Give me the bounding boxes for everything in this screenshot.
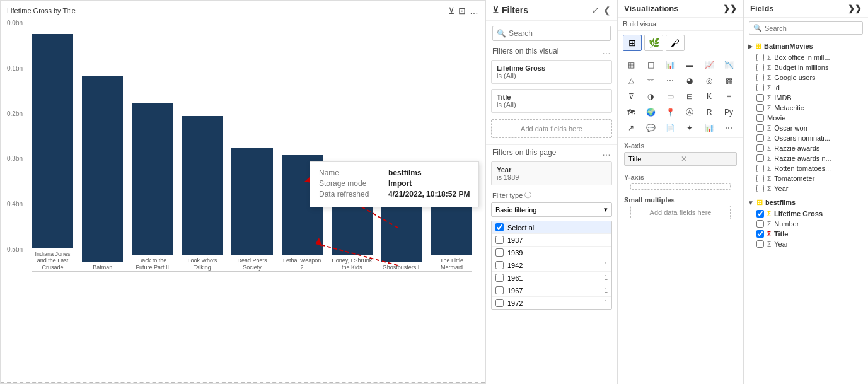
viz-icon-card[interactable]: ▭ xyxy=(662,90,678,103)
field-google-users[interactable]: Σ Google users xyxy=(744,73,868,83)
field-checkbox-id[interactable] xyxy=(756,84,764,91)
viz-icon-arcgis[interactable]: Ⓐ xyxy=(681,105,698,119)
viz-icon-kpi[interactable]: K xyxy=(701,90,717,103)
viz-icon-matrix[interactable]: ◫ xyxy=(642,58,659,72)
filter-type-dropdown[interactable]: Basic filtering ▾ xyxy=(491,202,612,217)
field-checkbox-number[interactable] xyxy=(756,220,764,228)
viz-icon-decomp[interactable]: ↗ xyxy=(623,121,639,135)
viz-icon-donut[interactable]: ◎ xyxy=(701,74,717,88)
viz-icon-bar[interactable]: 📊 xyxy=(662,58,678,72)
field-checkbox-box-office[interactable] xyxy=(756,54,764,61)
focus-icon[interactable]: ⊡ xyxy=(458,6,466,16)
bar-indiana[interactable] xyxy=(32,34,73,248)
viz-icon-line[interactable]: 📉 xyxy=(720,58,737,72)
field-title[interactable]: Σ Title xyxy=(744,229,868,239)
select-all-item[interactable]: Select all xyxy=(492,221,611,234)
field-metacritic[interactable]: Σ Metacritic xyxy=(744,103,868,113)
year-checkbox-1961[interactable] xyxy=(495,274,504,282)
field-rotten[interactable]: Σ Rotten tomatoes... xyxy=(744,163,868,173)
viz-tab-grid[interactable]: ⊞ xyxy=(623,35,642,51)
year-item-1937[interactable]: 1937 xyxy=(492,234,611,247)
small-multiples-add-field[interactable]: Add data fields here xyxy=(630,206,731,219)
field-checkbox-razzie[interactable] xyxy=(756,144,764,152)
field-oscars-nom[interactable]: Σ Oscars nominati... xyxy=(744,133,868,143)
viz-icon-paginated[interactable]: 📄 xyxy=(662,121,678,135)
fields-search-input[interactable] xyxy=(765,25,859,32)
filters-search-input[interactable] xyxy=(509,29,606,38)
field-imdb[interactable]: Σ IMDB xyxy=(744,93,868,103)
year-filter-card[interactable]: Year is 1989 xyxy=(491,161,612,185)
viz-icon-funnel[interactable]: ⊽ xyxy=(623,90,639,103)
viz-icon-scatter[interactable]: ⋯ xyxy=(662,74,678,88)
field-oscar-won[interactable]: Σ Oscar won xyxy=(744,123,868,133)
field-number[interactable]: Σ Number xyxy=(744,219,868,229)
field-checkbox-movie[interactable] xyxy=(756,114,764,122)
field-box-office[interactable]: Σ Box office in mill... xyxy=(744,52,868,62)
page-section-dots[interactable]: … xyxy=(602,148,611,158)
year-checkbox-1967[interactable] xyxy=(495,286,504,294)
viz-icon-area[interactable]: △ xyxy=(623,74,639,88)
field-razzie[interactable]: Σ Razzie awards xyxy=(744,143,868,153)
viz-icon-azuremap[interactable]: 📍 xyxy=(662,105,678,119)
yaxis-add-field[interactable] xyxy=(630,183,731,190)
field-checkbox-title[interactable] xyxy=(756,230,764,238)
viz-icon-ribbon[interactable]: 〰 xyxy=(642,74,659,88)
field-budget[interactable]: Σ Budget in millions xyxy=(744,62,868,73)
field-checkbox-budget[interactable] xyxy=(756,64,764,71)
field-bestfilms-year[interactable]: Σ Year xyxy=(744,239,868,249)
bar-group[interactable]: Back to theFuture Part II xyxy=(132,103,173,271)
year-item-1939[interactable]: 1939 xyxy=(492,247,611,259)
viz-tab-tree[interactable]: 🌿 xyxy=(644,35,663,51)
fields-collapse-icon[interactable]: ❯❯ xyxy=(848,4,862,13)
field-checkbox-metacritic[interactable] xyxy=(756,104,764,112)
fields-search-box[interactable]: 🔍 xyxy=(749,21,863,35)
filters-search-box[interactable]: 🔍 xyxy=(492,26,611,41)
year-checkbox-1939[interactable] xyxy=(495,248,504,257)
expand-icon[interactable]: ⤢ xyxy=(592,5,599,15)
bar-deadpoets[interactable] xyxy=(231,148,272,255)
field-id[interactable]: Σ id xyxy=(744,83,868,93)
field-checkbox-lifetime[interactable] xyxy=(756,210,764,218)
field-razzie-n[interactable]: Σ Razzie awards n... xyxy=(744,153,868,163)
filter-card-lifetime[interactable]: Lifetime Gross is (All) xyxy=(491,60,612,84)
xaxis-field-row[interactable]: Title ✕ xyxy=(624,152,737,166)
field-checkbox-razzie-n[interactable] xyxy=(756,154,764,162)
year-checkbox-1937[interactable] xyxy=(495,236,504,244)
bar-batman[interactable] xyxy=(82,76,123,262)
bestfilms-header[interactable]: ▼ ⊞ bestfilms xyxy=(744,196,868,209)
bar-group[interactable]: Look Who'sTalking xyxy=(182,116,223,271)
bar-backtofuture[interactable] xyxy=(132,103,173,255)
bar-group[interactable]: Indiana Jonesand the LastCrusade xyxy=(32,34,73,271)
viz-icon-py[interactable]: Py xyxy=(720,105,737,119)
viz-icon-table[interactable]: ▦ xyxy=(623,58,639,72)
field-movie[interactable]: Movie xyxy=(744,113,868,123)
field-checkbox-oscar-won[interactable] xyxy=(756,124,764,132)
field-checkbox-rotten[interactable] xyxy=(756,165,764,172)
viz-tab-format[interactable]: 🖌 xyxy=(666,35,685,51)
year-item-1942[interactable]: 1942 1 xyxy=(492,259,611,272)
viz-icon-bar2[interactable]: 📊 xyxy=(701,121,717,135)
select-all-checkbox[interactable] xyxy=(495,223,504,231)
filter-icon[interactable]: ⊻ xyxy=(448,6,454,16)
bar-group[interactable]: Dead PoetsSociety xyxy=(231,148,272,271)
field-checkbox-google[interactable] xyxy=(756,74,764,81)
year-checkbox-1942[interactable] xyxy=(495,261,504,269)
viz-icon-choropleth[interactable]: 🌍 xyxy=(642,105,659,119)
field-checkbox-batman-year[interactable] xyxy=(756,185,764,192)
viz-icon-stacked[interactable]: ▬ xyxy=(681,58,698,72)
viz-icon-slicer[interactable]: ≡ xyxy=(720,90,737,103)
xaxis-remove-icon[interactable]: ✕ xyxy=(681,154,733,163)
more-icon[interactable]: … xyxy=(470,6,478,16)
viz-collapse-icon[interactable]: ❯❯ xyxy=(723,4,737,13)
add-data-visual-button[interactable]: Add data fields here xyxy=(491,119,612,138)
field-batman-year[interactable]: Σ Year xyxy=(744,183,868,194)
section-dots[interactable]: … xyxy=(602,46,611,56)
viz-icon-r[interactable]: R xyxy=(701,105,717,119)
year-item-1961[interactable]: 1961 1 xyxy=(492,272,611,284)
viz-icon-multicard[interactable]: ⊟ xyxy=(681,90,698,103)
field-lifetime-gross[interactable]: Σ Lifetime Gross xyxy=(744,209,868,219)
viz-icon-smart[interactable]: ✦ xyxy=(681,121,698,135)
bar-lookwhos[interactable] xyxy=(182,116,223,255)
viz-icon-treemap[interactable]: ▩ xyxy=(720,74,737,88)
batman-movies-header[interactable]: ▶ ⊞ BatmanMovies xyxy=(744,40,868,52)
